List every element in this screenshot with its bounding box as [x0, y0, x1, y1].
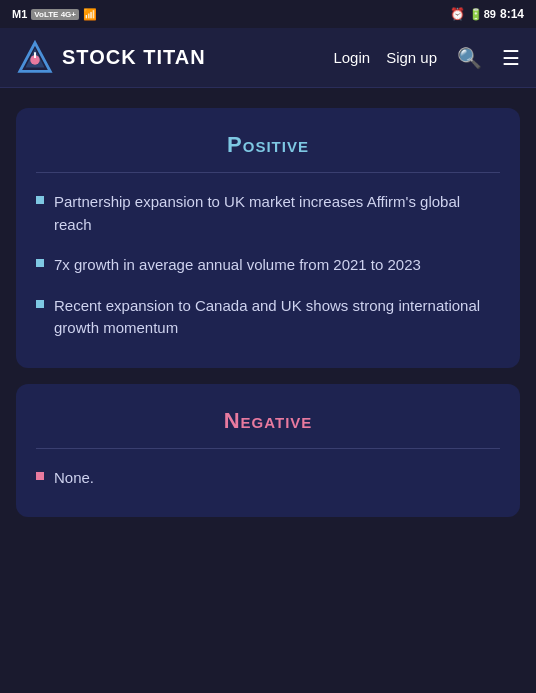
alarm-icon: ⏰ — [450, 7, 465, 21]
bullet-square-icon — [36, 472, 44, 480]
search-icon[interactable]: 🔍 — [457, 46, 482, 70]
negative-item-1: None. — [54, 467, 94, 490]
list-item: Partnership expansion to UK market incre… — [36, 191, 500, 236]
signup-link[interactable]: Sign up — [386, 49, 437, 66]
negative-card-title: Negative — [36, 408, 500, 434]
negative-bullet-list: None. — [36, 467, 500, 490]
logo-icon — [16, 39, 54, 77]
negative-divider — [36, 448, 500, 449]
negative-card: Negative None. — [16, 384, 520, 518]
list-item: None. — [36, 467, 500, 490]
menu-icon[interactable]: ☰ — [502, 46, 520, 70]
positive-item-3: Recent expansion to Canada and UK shows … — [54, 295, 500, 340]
navbar: STOCK TITAN Login Sign up 🔍 ☰ — [0, 28, 536, 88]
positive-card: Positive Partnership expansion to UK mar… — [16, 108, 520, 368]
volte-badge: VoLTE 4G+ — [31, 9, 79, 20]
login-link[interactable]: Login — [333, 49, 370, 66]
positive-bullet-list: Partnership expansion to UK market incre… — [36, 191, 500, 340]
battery-icon: 🔋89 — [469, 8, 496, 21]
nav-links: Login Sign up 🔍 ☰ — [333, 46, 520, 70]
positive-item-2: 7x growth in average annual volume from … — [54, 254, 421, 277]
time-display: 8:14 — [500, 7, 524, 21]
signal-icon: 📶 — [83, 8, 97, 21]
status-left: M1 VoLTE 4G+ 📶 — [12, 8, 97, 21]
logo-text: STOCK TITAN — [62, 46, 206, 69]
positive-divider — [36, 172, 500, 173]
bullet-square-icon — [36, 300, 44, 308]
carrier-label: M1 — [12, 8, 27, 20]
bullet-square-icon — [36, 259, 44, 267]
logo-container: STOCK TITAN — [16, 39, 333, 77]
status-bar: M1 VoLTE 4G+ 📶 ⏰ 🔋89 8:14 — [0, 0, 536, 28]
list-item: 7x growth in average annual volume from … — [36, 254, 500, 277]
status-right: ⏰ 🔋89 8:14 — [450, 7, 524, 21]
positive-card-title: Positive — [36, 132, 500, 158]
list-item: Recent expansion to Canada and UK shows … — [36, 295, 500, 340]
positive-item-1: Partnership expansion to UK market incre… — [54, 191, 500, 236]
bullet-square-icon — [36, 196, 44, 204]
main-content: Positive Partnership expansion to UK mar… — [0, 88, 536, 553]
